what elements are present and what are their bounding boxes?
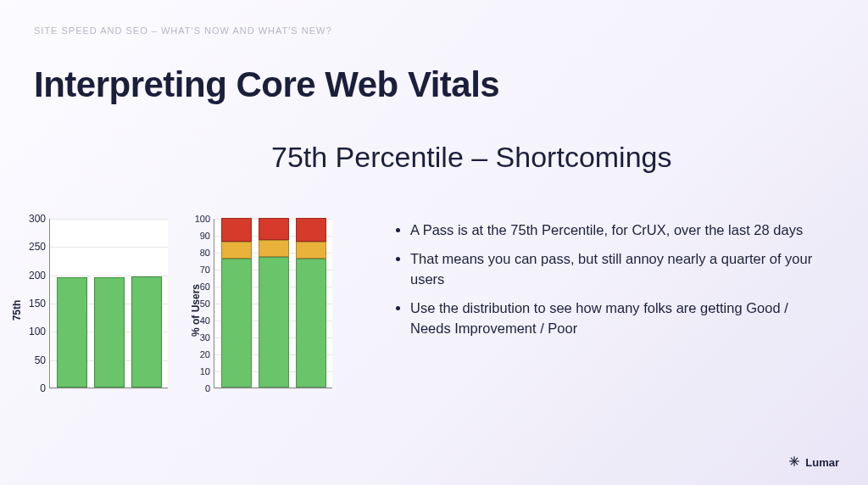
bullet-item: A Pass is at the 75th Percentile, for Cr… (410, 220, 826, 241)
chart-right-plot (214, 219, 332, 388)
ytick: 20 (185, 349, 210, 360)
segment-good (296, 259, 326, 387)
segment-poor (221, 218, 252, 242)
bullet-list: A Pass is at the 75th Percentile, for Cr… (392, 220, 826, 348)
chart-left-plot (49, 219, 168, 388)
ytick: 200 (17, 270, 46, 282)
ytick: 250 (17, 241, 46, 253)
ytick: 30 (185, 332, 210, 343)
brand-logo: Lumar (788, 455, 839, 470)
chart-distribution-stacked: % of Users 0102030405060708090100 (175, 219, 341, 401)
stacked-bar (259, 218, 289, 387)
ytick: 60 (185, 282, 210, 292)
segment-poor (296, 218, 326, 242)
ytick: 0 (185, 383, 210, 393)
chart-right-yticks: 0102030405060708090100 (185, 219, 210, 388)
bar (94, 277, 125, 387)
stacked-bar (296, 218, 326, 387)
page-title: Interpreting Core Web Vitals (34, 64, 499, 105)
stacked-bar (221, 218, 252, 387)
brand-name: Lumar (805, 456, 839, 469)
ytick: 100 (185, 214, 210, 224)
lumar-icon (788, 455, 800, 470)
ytick: 300 (17, 213, 46, 225)
ytick: 0 (17, 382, 46, 394)
chart-75th-bar: 75th 050100150200250300 (8, 219, 175, 401)
slide-subtitle: 75th Percentile – Shortcomings (271, 141, 671, 174)
ytick: 80 (185, 248, 210, 258)
breadcrumb: SITE SPEED AND SEO – WHAT'S NOW AND WHAT… (34, 25, 332, 36)
bar (131, 276, 162, 387)
segment-needs-improvement (259, 240, 289, 257)
segment-needs-improvement (221, 242, 252, 259)
segment-good (259, 257, 289, 387)
ytick: 10 (185, 366, 210, 376)
ytick: 50 (185, 298, 210, 309)
ytick: 150 (17, 298, 46, 309)
bullet-item: Use the distribution to see how many fol… (410, 298, 826, 339)
chart-left-yticks: 050100150200250300 (17, 219, 46, 388)
segment-good (221, 259, 252, 387)
charts-container: 75th 050100150200250300 % of Users 01020… (8, 219, 343, 401)
segment-needs-improvement (296, 242, 326, 259)
ytick: 100 (17, 326, 46, 337)
ytick: 40 (185, 315, 210, 326)
segment-poor (259, 218, 289, 240)
ytick: 50 (17, 354, 46, 366)
bar (57, 277, 87, 387)
ytick: 70 (185, 265, 210, 275)
ytick: 90 (185, 231, 210, 241)
bullet-item: That means you can pass, but still annoy… (410, 249, 826, 290)
